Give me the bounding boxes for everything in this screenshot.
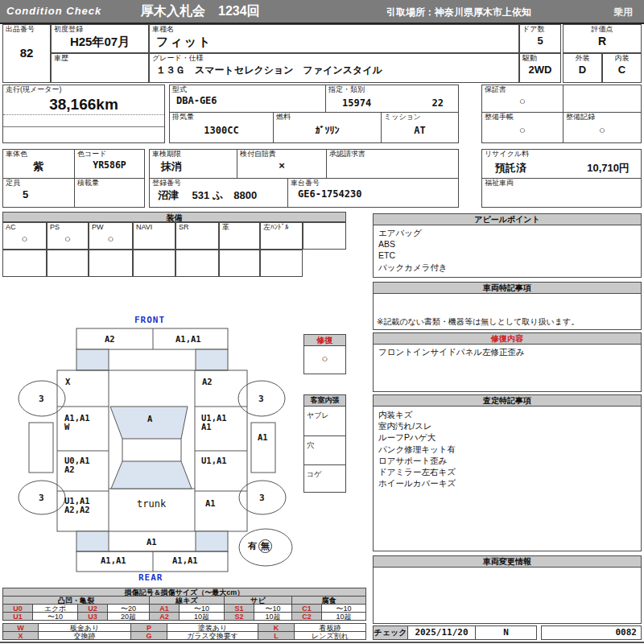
color-code-value: YR586P: [75, 159, 144, 171]
quarter-left-code2: A2,A2: [64, 505, 90, 514]
spare-have-label: 有: [248, 541, 257, 551]
warranty-spare-cell: [563, 85, 642, 113]
model-name-value: フィット: [150, 35, 518, 50]
equipment-empty-cell: [219, 250, 260, 277]
interior-trim-item: コゲ: [304, 469, 324, 479]
repair-details-line: フロントインサイドパネル左修正歪み: [374, 345, 641, 359]
assessment-item: ホイールカバーキズ: [378, 477, 636, 489]
first-reg-label: 初度登録: [52, 25, 148, 35]
body-color-label: 車体色: [3, 150, 74, 159]
interior-trim-title: 客室内張: [304, 395, 345, 407]
repair-mark-box: 修復 ○: [303, 334, 346, 374]
door-front-left-mark: W: [64, 422, 69, 431]
legend-code: U1: [2, 612, 33, 621]
auction-title: 厚木入札会 1234回: [141, 3, 260, 20]
drive-value: 2WD: [520, 64, 560, 76]
capacity-cell: 定員 5: [2, 178, 75, 208]
body-color-cell: 車体色 紫: [2, 149, 75, 179]
welfare-label: 福祉車両: [482, 179, 641, 188]
capacity-value: 5: [3, 188, 74, 200]
legend-code: A2: [149, 612, 180, 621]
brand-logo: Condition Check: [6, 5, 101, 17]
reg-number-cell: 登録番号 沼津 531 ふ 8800: [149, 178, 288, 208]
warranty-mark: ○: [482, 95, 563, 107]
rear-label: REAR: [138, 573, 163, 583]
check-code: N: [476, 626, 536, 639]
fender-right: A2: [202, 378, 213, 386]
inspection-label: 車検期限: [150, 150, 237, 159]
chassis-cell: 車台番号 GE6-1754230: [287, 178, 459, 208]
displacement-value: 1300CC: [170, 125, 273, 136]
mileage-value: 38,166km: [3, 96, 164, 114]
lot-number-cell: 出品番号 82: [2, 24, 51, 83]
score-label: 評価点: [564, 25, 641, 35]
maintenance-book-label: 整備手帳: [482, 113, 563, 122]
displacement-cell: 排気量 1300CC: [169, 112, 274, 143]
equipment-col-pw: PW ○: [89, 222, 133, 250]
mileage-label: 走行(現メーター): [3, 85, 164, 95]
chassis-label: 車台番号: [288, 179, 458, 188]
legend-desc: 10超: [179, 612, 225, 621]
windshield-code: A: [147, 415, 152, 423]
appeal-item: ETC: [378, 250, 636, 261]
quarter-left: U1,A1 A2,A2: [64, 497, 90, 514]
reg-number-value: 沼津 531 ふ 8800: [150, 188, 287, 203]
tire-rear-left: 3: [39, 493, 44, 503]
exterior-grade-value: D: [564, 64, 601, 76]
equipment-label: NAVI: [134, 223, 175, 233]
equipment-title: 装備: [2, 212, 346, 222]
vehicle-category: 乗用: [613, 6, 633, 19]
equipment-label: PW: [89, 223, 132, 233]
maintenance-book-mark: ○: [482, 124, 563, 136]
class-value-1: 15974: [342, 97, 371, 109]
recycle-label: リサイクル料: [482, 150, 641, 159]
equipment-col-ac: AC ○: [2, 222, 47, 250]
welfare-cell: 福祉車両: [481, 178, 642, 208]
legend-desc: ガラス交換要す: [167, 631, 258, 640]
color-code-label: 色コード: [75, 150, 144, 159]
capacity-label: 定員: [3, 179, 74, 188]
maintenance-record-label: 整備記録: [564, 113, 641, 122]
score-cell: 評価点 R: [563, 24, 642, 53]
lot-number-value: 82: [3, 46, 50, 60]
fuel-value: ｶﾞｿﾘﾝ: [274, 125, 381, 136]
vehicle-notes-title: 車両特記事項: [374, 283, 641, 294]
recycle-status: 預託済: [495, 161, 526, 175]
spare-none-label: 無: [258, 539, 272, 553]
door-front-right-code2: A1: [201, 422, 212, 431]
interior-grade-value: C: [603, 64, 641, 76]
check-code-cell: N: [475, 625, 537, 640]
legend-code: S2: [224, 612, 254, 621]
exterior-grade-label: 外装: [564, 54, 601, 64]
legend-code: C2: [291, 612, 322, 621]
equipment-col-leather: 革: [219, 222, 260, 250]
equipment-label: [303, 223, 345, 225]
assessment-item: パンク修理キット有: [378, 444, 636, 455]
assessment-item: ロアサポート歪み: [378, 455, 636, 466]
assessment-item: ルーフPハゲ大: [378, 431, 636, 443]
legend-code: X: [2, 631, 39, 640]
equipment-mark: ○: [3, 233, 46, 245]
repair-details-box: 修復内容 フロントインサイドパネル左修正歪み: [373, 332, 642, 392]
change-info-title: 車両変更情報: [374, 556, 641, 568]
insurance-cell: 検付自賠責 ×: [237, 149, 327, 179]
doors-value: 5: [520, 35, 560, 47]
interior-grade-cell: 内装 C: [602, 53, 642, 83]
transmission-cell: ミッション AT: [381, 112, 459, 143]
equipment-empty-cell: [89, 250, 133, 277]
legend-code: U3: [77, 612, 108, 621]
legend-code: G: [130, 631, 167, 640]
displacement-label: 排気量: [170, 113, 273, 122]
equipment-col-lhd: 左ﾊﾝﾄﾞﾙ: [260, 222, 303, 250]
appeal-item: エアバッグ: [378, 227, 636, 238]
door-rear-left: U0,A1 A2: [64, 456, 90, 474]
quarter-right: A1: [205, 499, 216, 508]
class-cell: 指定・類別 15974 22: [325, 85, 459, 113]
legend-desc: 20超: [107, 612, 150, 621]
score-value: R: [564, 35, 641, 47]
interior-trim-item: ヤブレ: [304, 411, 332, 420]
legend-desc: 10超: [254, 612, 292, 621]
fender-left: X: [65, 378, 70, 386]
divider: [3, 114, 164, 115]
front-bumper-right: A1,A1: [175, 335, 201, 344]
